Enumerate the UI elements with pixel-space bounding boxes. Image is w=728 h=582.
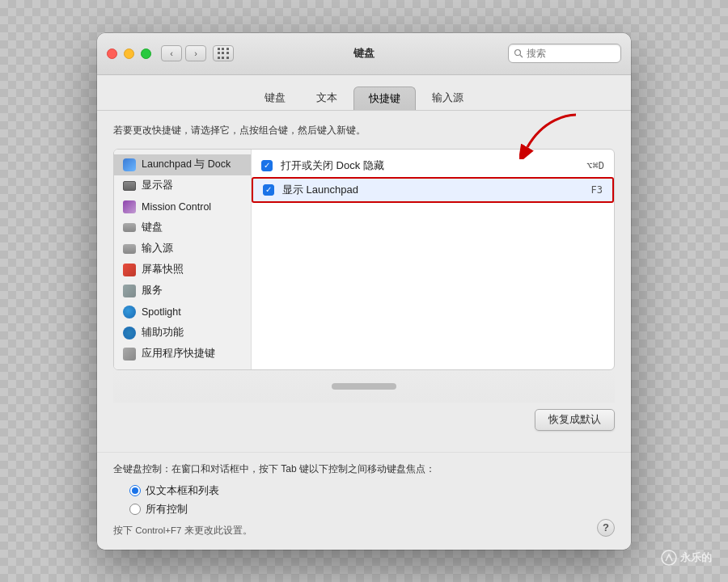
- main-area: Launchpad 与 Dock 显示器 Mission Control: [113, 149, 615, 370]
- sidebar-item-screenshot[interactable]: 屏幕快照: [114, 259, 251, 280]
- appshortcuts-icon: [122, 347, 137, 361]
- svg-point-0: [515, 50, 521, 56]
- tab-wenben[interactable]: 文本: [302, 86, 352, 110]
- shortcut-row-0[interactable]: 打开或关闭 Dock 隐藏 ⌥⌘D: [252, 154, 614, 177]
- sidebar-label-mission: Mission Control: [142, 201, 211, 213]
- search-icon: [514, 48, 523, 58]
- radio-group: 仅文本框和列表 所有控制: [129, 484, 615, 517]
- sidebar-item-accessibility[interactable]: 辅助功能: [114, 323, 251, 344]
- sidebar: Launchpad 与 Dock 显示器 Mission Control: [114, 150, 252, 369]
- back-button[interactable]: ‹: [161, 45, 182, 61]
- svg-point-3: [662, 550, 676, 565]
- input-icon: [122, 242, 137, 256]
- grid-icon: [218, 48, 230, 60]
- maximize-button[interactable]: [141, 48, 151, 59]
- main-window: ‹ › 键盘 ✕ 键盘 文本 快捷键: [97, 33, 631, 550]
- tab-jianpan[interactable]: 键盘: [250, 86, 300, 110]
- close-button[interactable]: [107, 48, 117, 59]
- minimize-button[interactable]: [124, 48, 134, 59]
- tabs-area: 键盘 文本 快捷键 输入源: [97, 75, 631, 111]
- sidebar-label-keyboard: 键盘: [142, 221, 163, 234]
- sidebar-label-appshortcuts: 应用程序快捷键: [142, 347, 215, 361]
- watermark-text: 永乐的: [680, 550, 712, 565]
- sidebar-label-spotlight: Spotlight: [142, 306, 181, 318]
- shortcut-key-0: ⌥⌘D: [586, 160, 604, 171]
- watermark-logo: [661, 550, 677, 566]
- forward-button[interactable]: ›: [185, 45, 206, 61]
- hint-text: 按下 Control+F7 来更改此设置。: [113, 525, 615, 537]
- spotlight-icon: [122, 305, 137, 319]
- bottom-section: 全键盘控制：在窗口和对话框中，按下 Tab 键以下控制之间移动键盘焦点： 仅文本…: [97, 452, 631, 550]
- sidebar-item-services[interactable]: 服务: [114, 280, 251, 302]
- shortcut-label-1: 显示 Launchpad: [282, 183, 583, 197]
- search-box[interactable]: ✕: [508, 44, 621, 63]
- right-panel: 打开或关闭 Dock 隐藏 ⌥⌘D 显示 Launchpad F3: [252, 150, 614, 369]
- restore-defaults-button[interactable]: 恢复成默认: [535, 409, 615, 431]
- radio-text-list[interactable]: [129, 485, 141, 496]
- shortcut-checkbox-1[interactable]: [263, 184, 274, 196]
- grid-button[interactable]: [213, 45, 234, 61]
- search-input[interactable]: [527, 48, 631, 59]
- forward-icon: ›: [194, 48, 197, 58]
- launchpad-icon: [122, 158, 137, 172]
- scroll-thumb[interactable]: [332, 383, 396, 390]
- shortcut-checkbox-0[interactable]: [261, 160, 273, 171]
- instruction-text: 若要更改快捷键，请选择它，点按组合键，然后键入新键。: [113, 124, 615, 137]
- shortcut-row-1[interactable]: 显示 Launchpad F3: [252, 177, 614, 203]
- watermark: 永乐的: [661, 550, 712, 566]
- back-icon: ‹: [170, 48, 173, 58]
- sidebar-item-spotlight[interactable]: Spotlight: [114, 302, 251, 323]
- shortcut-label-0: 打开或关闭 Dock 隐藏: [281, 158, 578, 173]
- sidebar-item-launchpad-dock[interactable]: Launchpad 与 Dock: [114, 154, 251, 175]
- svg-line-1: [520, 55, 523, 57]
- sidebar-item-keyboard[interactable]: 键盘: [114, 217, 251, 238]
- tab-kuaijiejian[interactable]: 快捷键: [353, 86, 416, 110]
- sidebar-label-services: 服务: [142, 284, 163, 297]
- services-icon: [122, 284, 137, 298]
- nav-buttons: ‹ ›: [161, 45, 206, 61]
- radio-item-text-list[interactable]: 仅文本框和列表: [129, 484, 615, 498]
- radio-item-all-controls[interactable]: 所有控制: [129, 503, 615, 517]
- keyboard-icon: [122, 221, 137, 235]
- sidebar-label-display: 显示器: [142, 179, 173, 192]
- scroll-area: [113, 370, 615, 403]
- radio-label-all-controls: 所有控制: [146, 503, 188, 517]
- mission-icon: [122, 200, 137, 214]
- radio-all-controls[interactable]: [129, 504, 141, 515]
- sidebar-item-app-shortcuts[interactable]: 应用程序快捷键: [114, 344, 251, 365]
- accessibility-icon: [122, 326, 137, 340]
- sidebar-item-input-source[interactable]: 输入源: [114, 238, 251, 259]
- tab-shuruyuan[interactable]: 输入源: [417, 86, 478, 110]
- traffic-lights: [107, 48, 151, 59]
- sidebar-item-mission-control[interactable]: Mission Control: [114, 196, 251, 217]
- keyboard-control-label: 全键盘控制：在窗口和对话框中，按下 Tab 键以下控制之间移动键盘焦点：: [113, 462, 615, 476]
- restore-btn-row: 恢复成默认: [113, 403, 615, 436]
- titlebar: ‹ › 键盘 ✕: [97, 33, 631, 75]
- sidebar-label-screenshot: 屏幕快照: [142, 263, 184, 276]
- sidebar-label-launchpad: Launchpad 与 Dock: [142, 158, 231, 171]
- display-icon: [122, 179, 137, 193]
- sidebar-label-input: 输入源: [142, 242, 173, 255]
- screenshot-icon: [122, 263, 137, 277]
- content-area: 若要更改快捷键，请选择它，点按组合键，然后键入新键。 Launchpad 与 D…: [97, 111, 631, 452]
- sidebar-item-display[interactable]: 显示器: [114, 175, 251, 196]
- sidebar-label-accessibility: 辅助功能: [142, 326, 184, 340]
- shortcut-key-1: F3: [591, 184, 603, 196]
- help-button[interactable]: ?: [597, 519, 615, 537]
- radio-label-text-list: 仅文本框和列表: [146, 484, 219, 498]
- window-title: 键盘: [353, 46, 375, 61]
